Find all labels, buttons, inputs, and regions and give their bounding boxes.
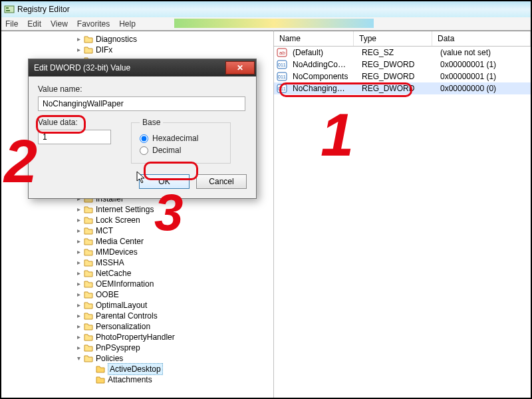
- tree-item[interactable]: ▸ OEMInformation: [74, 279, 273, 289]
- tree-item[interactable]: ▸ Diagnostics: [74, 34, 273, 45]
- folder-icon: [84, 312, 93, 320]
- dialog-close-button[interactable]: ✕: [225, 61, 255, 74]
- expand-toggle-icon[interactable]: ▸: [74, 342, 82, 353]
- value-data-label: Value data:: [38, 118, 111, 127]
- svg-rect-0: [5, 6, 14, 13]
- expand-toggle-icon[interactable]: ▸: [74, 34, 82, 45]
- tree-item-label: MSSHA: [96, 257, 124, 268]
- expand-toggle-icon[interactable]: ▸: [74, 332, 82, 342]
- tree-item[interactable]: ▸ MSSHA: [74, 257, 273, 268]
- tree-item[interactable]: ▸ NetCache: [74, 268, 273, 279]
- tree-item[interactable]: ▸ Internet Settings: [74, 204, 273, 215]
- value-name-field[interactable]: [38, 96, 245, 111]
- value-name: (Default): [287, 47, 356, 58]
- expand-toggle-icon[interactable]: ▸: [74, 279, 82, 289]
- value-type-icon: 011: [277, 72, 287, 81]
- tree-item-label: PnPSysprep: [96, 342, 140, 353]
- tree-item[interactable]: ▸ Personalization: [74, 321, 273, 332]
- svg-text:011: 011: [278, 86, 286, 91]
- tree-item-label: Parental Controls: [96, 311, 158, 321]
- wallpaper-peek: [174, 19, 374, 28]
- folder-icon: [84, 259, 93, 267]
- value-data: 0x00000000 (0): [435, 83, 531, 94]
- tree-item[interactable]: ▸ PhotoPropertyHandler: [74, 332, 273, 342]
- value-type: REG_DWORD: [356, 59, 435, 70]
- folder-icon: [84, 269, 93, 277]
- ok-button[interactable]: OK: [139, 174, 190, 189]
- menu-view[interactable]: View: [51, 19, 68, 29]
- tree-item[interactable]: ▸ MCT: [74, 225, 273, 236]
- folder-icon: [84, 35, 93, 43]
- folder-icon: [84, 216, 93, 224]
- base-group: Base Hexadecimal Decimal: [131, 118, 231, 164]
- cancel-button[interactable]: Cancel: [196, 174, 247, 189]
- svg-rect-1: [6, 7, 9, 9]
- svg-rect-2: [6, 10, 10, 11]
- folder-icon: [84, 323, 93, 331]
- tree-item[interactable]: ▸ Media Center: [74, 236, 273, 247]
- folder-icon: [96, 376, 105, 384]
- folder-icon: [84, 333, 93, 341]
- menu-favorites[interactable]: Favorites: [77, 19, 110, 29]
- value-type: REG_SZ: [356, 47, 435, 58]
- menu-edit[interactable]: Edit: [27, 19, 41, 29]
- tree-item[interactable]: ▸ MMDevices: [74, 247, 273, 257]
- value-type-icon: 011: [277, 60, 287, 69]
- tree-item-label: Personalization: [96, 321, 150, 332]
- tree-item[interactable]: ▸ OptimalLayout: [74, 300, 273, 311]
- expand-toggle-icon[interactable]: ▸: [74, 225, 82, 236]
- tree-item[interactable]: ▸ PnPSysprep: [74, 342, 273, 353]
- expand-toggle-icon[interactable]: ▸: [74, 300, 82, 311]
- dialog-titlebar[interactable]: Edit DWORD (32-bit) Value ✕: [29, 59, 256, 76]
- close-icon: ✕: [237, 63, 243, 72]
- col-header-name[interactable]: Name: [274, 31, 354, 46]
- col-header-type[interactable]: Type: [354, 31, 432, 46]
- tree-item[interactable]: ▸ Lock Screen: [74, 215, 273, 225]
- expand-toggle-icon[interactable]: ▸: [74, 45, 82, 55]
- folder-icon: [84, 248, 93, 256]
- expand-toggle-icon[interactable]: ▸: [74, 268, 82, 279]
- value-row[interactable]: 011 NoComponents REG_DWORD 0x00000001 (1…: [274, 70, 531, 82]
- col-header-data[interactable]: Data: [432, 31, 531, 46]
- svg-text:011: 011: [278, 74, 286, 79]
- expand-toggle-icon[interactable]: ▾: [74, 353, 82, 364]
- menu-help[interactable]: Help: [119, 19, 136, 29]
- expand-toggle-icon[interactable]: ▸: [74, 236, 82, 247]
- values-pane: Name Type Data ab (Default) REG_SZ (valu…: [274, 31, 531, 398]
- tree-item-label: OOBE: [96, 289, 119, 300]
- value-row[interactable]: 011 NoAddingCom... REG_DWORD 0x00000001 …: [274, 59, 531, 70]
- folder-icon: [84, 227, 93, 235]
- radio-dec-label: Decimal: [152, 146, 181, 155]
- value-row[interactable]: 011 NoChangingWa... REG_DWORD 0x00000000…: [274, 82, 531, 94]
- value-data-field[interactable]: [38, 130, 111, 144]
- tree-item[interactable]: Attachments: [74, 374, 273, 385]
- folder-icon: [96, 365, 105, 373]
- radio-decimal[interactable]: [140, 146, 148, 155]
- tree-item-label: MCT: [96, 225, 113, 236]
- tree-item-label: OptimalLayout: [96, 300, 147, 311]
- tree-item[interactable]: ▸ DIFx: [74, 45, 273, 55]
- expand-toggle-icon[interactable]: ▸: [74, 321, 82, 332]
- value-name: NoChangingWa...: [287, 83, 356, 94]
- expand-toggle-icon[interactable]: ▸: [74, 311, 82, 321]
- window-titlebar: Registry Editor: [1, 1, 531, 17]
- tree-item-label: PhotoPropertyHandler: [96, 332, 175, 342]
- dialog-title: Edit DWORD (32-bit) Value: [34, 63, 130, 72]
- tree-item-label: Diagnostics: [96, 34, 137, 45]
- menu-file[interactable]: File: [5, 19, 18, 29]
- expand-toggle-icon[interactable]: ▸: [74, 215, 82, 225]
- tree-item[interactable]: ▾ Policies: [74, 353, 273, 364]
- folder-icon: [84, 344, 93, 352]
- value-data: (value not set): [435, 47, 531, 58]
- radio-hexadecimal[interactable]: [140, 134, 148, 143]
- expand-toggle-icon[interactable]: ▸: [74, 247, 82, 257]
- base-legend: Base: [140, 118, 163, 127]
- tree-item[interactable]: ▸ OOBE: [74, 289, 273, 300]
- svg-text:ab: ab: [279, 50, 285, 56]
- tree-item[interactable]: ▸ Parental Controls: [74, 311, 273, 321]
- expand-toggle-icon[interactable]: ▸: [74, 257, 82, 268]
- tree-item[interactable]: ActiveDesktop: [74, 364, 273, 374]
- expand-toggle-icon[interactable]: ▸: [74, 289, 82, 300]
- expand-toggle-icon[interactable]: ▸: [74, 204, 82, 215]
- value-row[interactable]: ab (Default) REG_SZ (value not set): [274, 47, 531, 59]
